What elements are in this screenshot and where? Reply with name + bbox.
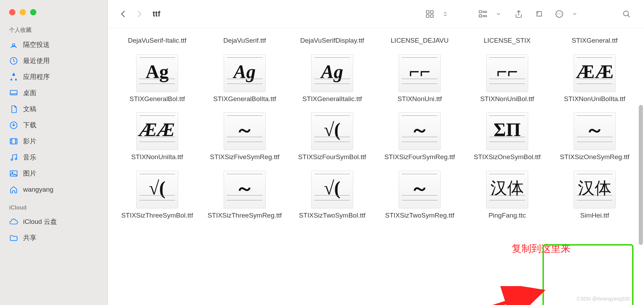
- tags-button[interactable]: [531, 6, 547, 22]
- svg-point-26: [537, 12, 538, 13]
- search-button[interactable]: [618, 6, 635, 22]
- view-switcher[interactable]: [421, 6, 454, 22]
- font-thumbnail: √(: [311, 112, 353, 150]
- file-item[interactable]: DejaVuSerifDisplay.ttf: [290, 31, 374, 49]
- file-item[interactable]: LICENSE_DEJAVU: [377, 31, 462, 49]
- forward-button[interactable]: [133, 6, 146, 22]
- file-item[interactable]: √(STIXSizThreeSymBol.ttf: [115, 169, 200, 224]
- share-button[interactable]: [510, 6, 527, 22]
- font-thumbnail: ～: [574, 112, 616, 150]
- file-item[interactable]: AgSTIXGeneralItalic.ttf: [290, 52, 374, 107]
- file-item[interactable]: 汉体SimHei.ttf: [552, 169, 637, 224]
- font-thumbnail: ～: [399, 112, 441, 150]
- font-thumbnail: Ag: [311, 54, 353, 92]
- fullscreen-button[interactable]: [30, 9, 36, 15]
- file-item[interactable]: AgSTIXGeneralBolIta.ttf: [202, 52, 287, 107]
- file-item[interactable]: ÆÆSTIXNonUniIta.ttf: [115, 110, 200, 165]
- font-thumbnail: ～: [224, 112, 266, 150]
- svg-line-33: [458, 293, 536, 305]
- back-button[interactable]: [117, 6, 130, 22]
- file-label: STIXNonUniBolIta.ttf: [564, 95, 625, 104]
- icon-view-icon[interactable]: [421, 6, 438, 22]
- scrollbar[interactable]: [639, 105, 643, 245]
- watermark: CSDN @itwangyang520: [577, 296, 630, 302]
- sidebar-item-airdrop[interactable]: 隔空投送: [0, 37, 107, 53]
- window-controls: [0, 7, 107, 24]
- font-thumbnail: Ag: [224, 54, 266, 92]
- svg-point-12: [11, 159, 12, 160]
- file-item[interactable]: ～STIXSizOneSymReg.ttf: [552, 110, 637, 165]
- file-item[interactable]: √(STIXSizFourSymBol.ttf: [290, 110, 374, 165]
- sidebar-item-cloud[interactable]: iCloud 云盘: [0, 214, 107, 230]
- sidebar-item-label: wangyang: [23, 186, 54, 193]
- file-label: STIXSizFourSymBol.ttf: [298, 153, 366, 162]
- file-label: STIXSizThreeSymBol.ttf: [121, 211, 193, 220]
- font-thumbnail: ÆÆ: [136, 112, 178, 150]
- sidebar-item-shared[interactable]: 共享: [0, 230, 107, 246]
- home-icon: [9, 185, 18, 194]
- folder-title: ttf: [149, 9, 160, 19]
- sidebar-item-label: 共享: [23, 233, 36, 242]
- group-by[interactable]: [475, 6, 507, 22]
- file-label: DejaVuSerif.ttf: [223, 36, 266, 45]
- sidebar-item-pictures[interactable]: 图片: [0, 165, 107, 182]
- sidebar-item-label: 文稿: [23, 105, 36, 114]
- file-item[interactable]: LICENSE_STIX: [465, 31, 550, 49]
- file-label: STIXSizThreeSymReg.ttf: [208, 211, 282, 220]
- svg-rect-19: [430, 15, 433, 17]
- file-item[interactable]: ～STIXSizFiveSymReg.ttf: [202, 110, 287, 165]
- file-label: STIXSizOneSymReg.ttf: [560, 153, 630, 162]
- sidebar-item-desktop[interactable]: 桌面: [0, 85, 107, 101]
- file-item[interactable]: ⌐⌐STIXNonUniBol.ttf: [465, 52, 550, 107]
- sidebar-item-home[interactable]: wangyang: [0, 182, 107, 198]
- file-item[interactable]: ～STIXSizTwoSymReg.ttf: [377, 169, 462, 224]
- group-icon[interactable]: [475, 6, 491, 22]
- movies-icon: [9, 137, 18, 146]
- file-item[interactable]: DejaVuSerif-Italic.ttf: [115, 31, 200, 49]
- file-label: STIXGeneralItalic.ttf: [302, 95, 362, 104]
- minimize-button[interactable]: [20, 9, 26, 15]
- file-item[interactable]: 汉体PingFang.ttc: [465, 169, 550, 224]
- sidebar-item-label: 应用程序: [23, 72, 50, 81]
- file-item[interactable]: ΣΠSTIXSizOneSymBol.ttf: [465, 110, 550, 165]
- file-label: DejaVuSerifDisplay.ttf: [300, 36, 364, 45]
- applications-icon: [9, 72, 18, 81]
- file-item[interactable]: √(STIXSizTwoSymBol.ttf: [290, 169, 374, 224]
- file-item[interactable]: ⌐⌐STIXNonUni.ttf: [377, 52, 462, 107]
- sidebar-item-label: 影片: [23, 137, 36, 146]
- sidebar-item-movies[interactable]: 影片: [0, 133, 107, 149]
- clock-icon: [9, 56, 18, 65]
- sidebar-item-music[interactable]: 音乐: [0, 149, 107, 165]
- desktop-icon: [9, 88, 18, 98]
- file-label: STIXGeneralBol.ttf: [130, 95, 185, 104]
- sidebar-item-documents[interactable]: 文稿: [0, 101, 107, 117]
- sidebar-item-label: 音乐: [23, 153, 36, 162]
- file-item[interactable]: ～STIXSizFourSymReg.ttf: [377, 110, 462, 165]
- sidebar-item-downloads[interactable]: 下载: [0, 117, 107, 133]
- file-item[interactable]: DejaVuSerif.ttf: [202, 31, 287, 49]
- more-button[interactable]: [551, 6, 583, 22]
- sidebar-item-clock[interactable]: 最近使用: [0, 53, 107, 69]
- svg-rect-21: [479, 15, 482, 17]
- sidebar-item-applications[interactable]: 应用程序: [0, 69, 107, 85]
- main-area: ttf: [108, 0, 644, 305]
- sidebar-item-label: 隔空投送: [23, 40, 50, 49]
- file-label: STIXSizTwoSymReg.ttf: [385, 211, 454, 220]
- file-item[interactable]: ～STIXSizThreeSymReg.ttf: [202, 169, 287, 224]
- file-item[interactable]: STIXGeneral.ttf: [552, 31, 637, 49]
- file-grid-container[interactable]: DejaVuSerif-Italic.ttfDejaVuSerif.ttfDej…: [108, 28, 644, 305]
- file-item[interactable]: AgSTIXGeneralBol.ttf: [115, 52, 200, 107]
- chevron-down-icon[interactable]: [566, 6, 583, 22]
- svg-point-30: [561, 13, 561, 14]
- close-button[interactable]: [9, 9, 15, 15]
- sidebar: 个人收藏 隔空投送最近使用应用程序桌面文稿下载影片音乐图片wangyang iC…: [0, 0, 108, 305]
- documents-icon: [9, 105, 18, 114]
- font-thumbnail: ΣΠ: [486, 112, 528, 150]
- svg-rect-17: [430, 10, 433, 13]
- chevron-updown-icon[interactable]: [437, 6, 454, 22]
- sidebar-item-label: 桌面: [23, 88, 36, 98]
- more-icon[interactable]: [551, 6, 568, 22]
- chevron-down-icon[interactable]: [490, 6, 507, 22]
- cloud-icon: [9, 217, 18, 226]
- file-item[interactable]: ÆÆSTIXNonUniBolIta.ttf: [552, 52, 637, 107]
